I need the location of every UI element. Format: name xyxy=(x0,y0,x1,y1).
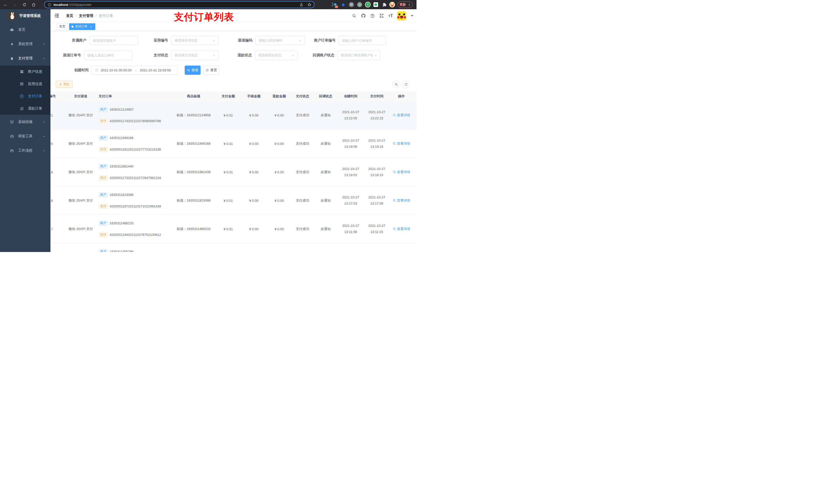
sidebar-item-infrastructure[interactable]: 基础设施 xyxy=(0,115,50,129)
breadcrumb-payment[interactable]: 支付管理 xyxy=(79,14,93,18)
yen-icon: ¥ xyxy=(10,56,14,61)
extension-chat-icon[interactable] xyxy=(373,2,379,8)
cell-order: 商户 1635311949168 支付 42000011812021102777… xyxy=(95,136,172,152)
browser-reload-icon[interactable] xyxy=(21,0,28,9)
tab-pay-order[interactable]: 支付订单 × xyxy=(69,23,95,30)
avatar-caret-icon[interactable] xyxy=(411,15,413,17)
sidebar-item-merchant-info[interactable]: 商户信息 xyxy=(0,66,50,78)
merchant-order-no-input[interactable] xyxy=(339,36,386,45)
channel-order-no-input[interactable] xyxy=(84,51,133,60)
sidebar-item-refund-order[interactable]: 退款订单 xyxy=(0,102,50,115)
view-detail-link[interactable]: 查看详情 xyxy=(393,170,410,174)
notify-status-select[interactable]: 请选择订单回调商户状态 xyxy=(337,51,380,60)
channel-code-select[interactable]: 请输入渠道编码 xyxy=(255,36,305,45)
pay-tag: 支付 xyxy=(99,175,108,181)
breadcrumb-home[interactable]: 首页 xyxy=(66,14,73,18)
pay-status-select[interactable]: 请选择支付状态 xyxy=(171,51,219,60)
sidebar-item-payment[interactable]: ¥ 支付管理 xyxy=(0,51,50,66)
date-end-value: 2021-10-31 23:59:59 xyxy=(140,68,171,72)
extension-tabs-icon[interactable]: 10 xyxy=(331,2,337,8)
chevron-down-icon xyxy=(43,149,45,152)
cell-pay-time: 2021-10-2713:19:15 xyxy=(363,138,390,150)
sidebar-collapse-icon[interactable] xyxy=(54,13,60,18)
user-avatar[interactable] xyxy=(397,11,406,21)
app-logo[interactable]: 芋道管理系统 xyxy=(0,9,50,22)
tab-home[interactable]: 首页 xyxy=(57,23,68,30)
browser-menu-dots-icon[interactable]: ⋮ xyxy=(408,3,411,7)
view-detail-link[interactable]: 查看详情 xyxy=(393,226,410,231)
cell-notify: 未通知 xyxy=(313,113,338,118)
app-select[interactable]: 请选择应用信息 xyxy=(171,36,218,45)
clock-icon xyxy=(95,68,99,72)
cell-create-time: 2021-10-2713:19:09 xyxy=(338,138,363,150)
table-row: 18 微信 JSAPI 支付 商户 1635311823086 支付 42000… xyxy=(50,187,416,215)
table-row: 19 微信 JSAPI 支付 商户 1635311881440 支付 42000… xyxy=(50,158,416,187)
sidebar-item-home[interactable]: 首页 xyxy=(0,23,50,37)
refresh-table-icon[interactable] xyxy=(402,80,410,88)
sidebar-item-workflow[interactable]: 工作流程 xyxy=(0,143,50,158)
filter-pay-status: 支付状态 请选择支付状态 xyxy=(152,51,219,60)
profile-avatar-icon[interactable] xyxy=(389,2,395,8)
cell-id: 17 xyxy=(50,227,66,231)
refund-status-select[interactable]: 请选择退款状态 xyxy=(255,51,298,60)
orders-table: 编号 支付渠道 支付订单 商品标题 支付金额 手续金额 退款金额 支付状态 回调… xyxy=(50,91,416,252)
cell-actions: 查看详情 xyxy=(390,226,413,232)
view-detail-link[interactable]: 查看详情 xyxy=(393,113,410,118)
browser-forward-icon[interactable]: → xyxy=(11,0,18,9)
extension-y-icon[interactable]: Y xyxy=(365,2,371,8)
export-button[interactable]: 导出 xyxy=(56,81,72,88)
browser-home-icon[interactable] xyxy=(30,0,37,9)
cell-refund: ¥ 0.00 xyxy=(267,227,292,231)
col-create-time: 创建时间 xyxy=(338,94,363,99)
payment-submenu: 商户信息 应用信息 ¥ 支付订单 退款订单 xyxy=(0,66,50,115)
browser-back-icon[interactable]: ← xyxy=(2,0,9,9)
github-icon[interactable] xyxy=(361,13,366,19)
sidebar-item-app-info[interactable]: 应用信息 xyxy=(0,78,50,90)
date-start-value: 2021-10-01 00:00:00 xyxy=(101,68,132,72)
browser-update-button[interactable]: 更新⋮ xyxy=(398,1,413,8)
merchant-tag: 商户 xyxy=(99,249,108,252)
merchant-input[interactable] xyxy=(89,36,138,45)
view-detail-search-icon xyxy=(393,114,396,117)
cell-status: 支付成功 xyxy=(292,226,313,231)
site-info-icon[interactable] xyxy=(48,3,51,7)
dashboard-icon xyxy=(10,28,14,32)
merchant-order-no: 1635312124657 xyxy=(110,107,134,112)
toggle-search-icon[interactable] xyxy=(392,80,400,88)
view-detail-search-icon xyxy=(393,142,396,145)
extension-command-icon[interactable]: ⌘ xyxy=(348,2,355,8)
extension-pin-icon[interactable] xyxy=(340,2,346,8)
table-options xyxy=(392,80,410,88)
table-row: 21 微信 JSAPI 支付 商户 1635312124657 支付 42000… xyxy=(50,101,416,129)
filter-create-time: 创建时间 2021-10-01 00:00:00 - 2021-10-31 23… xyxy=(66,66,178,75)
fullscreen-icon[interactable] xyxy=(379,13,384,19)
cell-fee: ¥ 0.00 xyxy=(241,142,267,146)
bookmark-star-icon[interactable] xyxy=(307,3,311,7)
gear-icon xyxy=(10,42,14,46)
grid-table-icon xyxy=(20,82,24,86)
pay-tag: 支付 xyxy=(99,232,108,237)
view-detail-link[interactable]: 查看详情 xyxy=(393,198,410,203)
extension-record-icon[interactable] xyxy=(357,2,363,8)
sidebar-item-system[interactable]: 系统管理 xyxy=(0,37,50,51)
sidebar-item-pay-order[interactable]: ¥ 支付订单 xyxy=(0,90,50,102)
extensions-puzzle-icon[interactable] xyxy=(381,2,387,8)
share-icon[interactable] xyxy=(300,3,303,7)
cell-status: 支付成功 xyxy=(292,113,313,118)
view-detail-link[interactable]: 查看详情 xyxy=(393,141,410,146)
filter-refund-status: 退款状态 请选择退款状态 xyxy=(234,51,298,60)
cell-order: 商户 1635311881440 支付 42000011732021102728… xyxy=(95,164,172,181)
header-search-icon[interactable] xyxy=(352,13,357,19)
reset-button[interactable]: 重置 xyxy=(204,66,219,75)
tab-close-icon[interactable]: × xyxy=(89,25,93,28)
sidebar-item-dev-tools[interactable]: 研发工具 xyxy=(0,129,50,143)
col-fee: 手续金额 xyxy=(241,94,267,99)
date-range-picker[interactable]: 2021-10-01 00:00:00 - 2021-10-31 23:59:5… xyxy=(92,66,178,75)
table-row: 20 微信 JSAPI 支付 商户 1635311949168 支付 42000… xyxy=(50,129,416,158)
font-size-icon[interactable]: TT xyxy=(388,13,393,19)
address-bar[interactable]: localhost:1024/pay/order xyxy=(44,1,314,8)
help-question-icon[interactable] xyxy=(370,13,375,19)
cell-create-time: 2021-10-2713:22:05 xyxy=(338,109,363,121)
search-button[interactable]: 搜索 xyxy=(185,66,200,75)
col-amount: 支付金额 xyxy=(215,94,241,99)
